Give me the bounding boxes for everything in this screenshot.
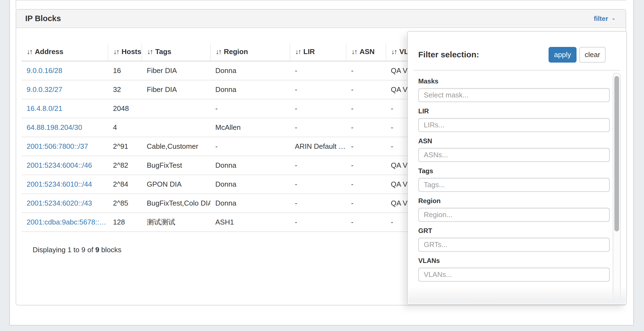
tags-cell: BugFixTest [142,156,210,175]
hosts-cell: 32 [108,80,142,99]
tags-cell: Fiber DIA [142,80,210,99]
region-cell: Donna [210,80,290,99]
filter-field-label: Masks [418,77,626,85]
hosts-cell: 2^82 [108,156,142,175]
region-cell: - [210,99,290,118]
address-link[interactable]: 9.0.0.16/28 [22,61,108,80]
filter-field-label: Tags [418,167,626,175]
hosts-cell: 2^91 [108,137,142,156]
tags-cell: BugFixTest,Colo DIA [142,194,210,213]
filter-field-label: ASN [418,137,626,145]
hosts-cell: 16 [108,61,142,80]
region-cell: McAllen [210,118,290,137]
panel-bottom-fade [408,287,626,304]
filter-link-label: filter [594,15,608,23]
clear-button[interactable]: clear [579,47,606,63]
asn-cell: - [346,61,386,80]
asn-cell: - [346,99,386,118]
hosts-cell: 4 [108,118,142,137]
filter-field-input[interactable] [418,238,610,252]
region-cell: Donna [210,175,290,194]
region-cell: Donna [210,194,290,213]
filter-fields: Masks LIR ASN Tags Region GRT VLANs [408,71,626,282]
filter-field: Tags [418,167,626,192]
asn-cell: - [346,80,386,99]
sort-icon: ↓↑ [27,47,32,56]
column-header-region[interactable]: ↓↑Region [210,43,290,61]
sort-icon: ↓↑ [351,47,357,56]
lir-cell: ARIN Default … [290,137,346,156]
lir-cell: - [290,118,346,137]
filter-field-input[interactable] [418,148,610,162]
filter-field-input[interactable] [418,118,610,132]
address-link[interactable]: 2001:cdba:9abc:5678::… [22,213,108,232]
page-title: IP Blocks [25,14,61,23]
collapse-indicator: - [612,15,615,23]
sort-icon: ↓↑ [391,47,397,56]
filter-field-input[interactable] [418,208,610,222]
address-link[interactable]: 2001:506:7800::/37 [22,137,108,156]
address-link[interactable]: 9.0.0.32/27 [22,80,108,99]
asn-cell: - [346,118,386,137]
filter-field: VLANs [418,257,626,282]
column-header-asn[interactable]: ↓↑ASN [346,43,386,61]
address-link[interactable]: 2001:5234:6004::/46 [22,156,108,175]
filter-field-label: Region [418,197,626,205]
scrollbar-track[interactable] [613,73,621,301]
region-cell: Donna [210,156,290,175]
filter-field-input[interactable] [418,268,610,282]
region-cell: ASH1 [210,213,290,232]
region-cell: - [210,137,290,156]
sort-icon: ↓↑ [295,47,301,56]
previous-panel-edge [16,0,626,1]
previous-panel-border [16,0,16,9]
filter-panel-heading: Filter selection: [418,50,479,59]
hosts-cell: 2048 [108,99,142,118]
hosts-cell: 2^85 [108,194,142,213]
filter-panel-header: Filter selection: apply clear [408,32,626,70]
filter-field-label: VLANs [418,257,626,265]
region-cell: Donna [210,61,290,80]
column-header-tags[interactable]: ↓↑Tags [142,43,210,61]
hosts-cell: 2^84 [108,175,142,194]
lir-cell: - [290,194,346,213]
filter-field-input[interactable] [418,88,610,102]
filter-field: GRT [418,227,626,252]
asn-cell: - [346,213,386,232]
column-header-address[interactable]: ↓↑Address [22,43,108,61]
lir-cell: - [290,61,346,80]
total-count: 9 [95,246,99,254]
column-header-hosts[interactable]: ↓↑Hosts [108,43,142,61]
lir-cell: - [290,213,346,232]
filter-field-input[interactable] [418,178,610,192]
asn-cell: - [346,175,386,194]
address-link[interactable]: 2001:5234:6020::/43 [22,194,108,213]
tags-cell: Cable,Customer [142,137,210,156]
asn-cell: - [346,194,386,213]
address-link[interactable]: 16.4.8.0/21 [22,99,108,118]
tags-cell: Fiber DIA [142,61,210,80]
tags-cell: 测试测试 [142,213,210,232]
filter-field-label: LIR [418,107,626,115]
filter-actions: apply clear [549,47,606,63]
asn-cell: - [346,156,386,175]
address-link[interactable]: 2001:5234:6010::/44 [22,175,108,194]
filter-field-label: GRT [418,227,626,235]
column-header-lir[interactable]: ↓↑LIR [290,43,346,61]
filter-field: LIR [418,107,626,132]
tags-cell [142,99,210,118]
lir-cell: - [290,80,346,99]
filter-selection-panel: Filter selection: apply clear Masks LIR … [407,31,627,305]
hosts-cell: 128 [108,213,142,232]
card-header: IP Blocks filter - [16,10,626,28]
sort-icon: ↓↑ [147,47,152,56]
filter-field: ASN [418,137,626,162]
sort-icon: ↓↑ [216,47,221,56]
filter-toggle-link[interactable]: filter - [594,15,615,23]
address-link[interactable]: 64.88.198.204/30 [22,118,108,137]
lir-cell: - [290,156,346,175]
scrollbar-thumb[interactable] [614,76,619,231]
asn-cell: - [346,137,386,156]
tags-cell: GPON DIA [142,175,210,194]
apply-button[interactable]: apply [549,47,577,63]
